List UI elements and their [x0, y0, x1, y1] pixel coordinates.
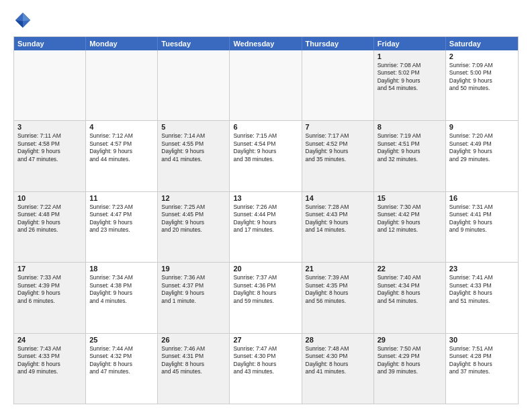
cell-info: Sunrise: 7:14 AM Sunset: 4:55 PM Dayligh…	[161, 132, 226, 163]
cell-info: Sunrise: 7:08 AM Sunset: 5:02 PM Dayligh…	[378, 62, 442, 93]
cell-info: Sunrise: 7:19 AM Sunset: 4:51 PM Dayligh…	[378, 132, 442, 163]
cell-info: Sunrise: 7:23 AM Sunset: 4:47 PM Dayligh…	[89, 203, 154, 234]
calendar-cell-3-3: 20Sunrise: 7:37 AM Sunset: 4:36 PM Dayli…	[230, 263, 302, 332]
cell-info: Sunrise: 7:31 AM Sunset: 4:41 PM Dayligh…	[449, 203, 515, 234]
calendar-cell-0-6: 2Sunrise: 7:09 AM Sunset: 5:00 PM Daylig…	[446, 50, 518, 120]
day-number: 24	[17, 336, 82, 344]
calendar-cell-1-2: 5Sunrise: 7:14 AM Sunset: 4:55 PM Daylig…	[158, 121, 230, 191]
calendar-cell-0-1	[86, 50, 158, 120]
calendar-cell-1-6: 9Sunrise: 7:20 AM Sunset: 4:49 PM Daylig…	[446, 121, 518, 191]
day-number: 1	[378, 52, 442, 60]
svg-marker-1	[23, 13, 30, 21]
cell-info: Sunrise: 7:25 AM Sunset: 4:45 PM Dayligh…	[161, 203, 226, 234]
header-day-sunday: Sunday	[14, 37, 86, 50]
logo	[13, 11, 35, 30]
day-number: 21	[306, 265, 370, 273]
calendar-row-4: 24Sunrise: 7:43 AM Sunset: 4:33 PM Dayli…	[14, 333, 518, 404]
calendar-row-0: 1Sunrise: 7:08 AM Sunset: 5:02 PM Daylig…	[14, 50, 518, 120]
day-number: 7	[306, 123, 370, 131]
calendar-cell-1-3: 6Sunrise: 7:15 AM Sunset: 4:54 PM Daylig…	[230, 121, 302, 191]
day-number: 25	[89, 336, 154, 344]
cell-info: Sunrise: 7:22 AM Sunset: 4:48 PM Dayligh…	[17, 203, 82, 234]
calendar-cell-4-6: 30Sunrise: 7:51 AM Sunset: 4:28 PM Dayli…	[446, 334, 518, 404]
day-number: 10	[17, 194, 82, 202]
calendar-cell-2-1: 11Sunrise: 7:23 AM Sunset: 4:47 PM Dayli…	[86, 192, 158, 262]
day-number: 2	[449, 52, 515, 60]
cell-info: Sunrise: 7:48 AM Sunset: 4:30 PM Dayligh…	[306, 345, 370, 376]
day-number: 16	[449, 194, 515, 202]
cell-info: Sunrise: 7:34 AM Sunset: 4:38 PM Dayligh…	[89, 274, 154, 305]
calendar-cell-3-4: 21Sunrise: 7:39 AM Sunset: 4:35 PM Dayli…	[302, 263, 374, 332]
day-number: 30	[449, 336, 515, 344]
day-number: 18	[89, 265, 154, 273]
calendar-row-1: 3Sunrise: 7:11 AM Sunset: 4:58 PM Daylig…	[14, 120, 518, 191]
calendar-row-3: 17Sunrise: 7:33 AM Sunset: 4:39 PM Dayli…	[14, 262, 518, 332]
cell-info: Sunrise: 7:12 AM Sunset: 4:57 PM Dayligh…	[89, 132, 154, 163]
calendar-cell-4-1: 25Sunrise: 7:44 AM Sunset: 4:32 PM Dayli…	[86, 334, 158, 404]
calendar-cell-4-4: 28Sunrise: 7:48 AM Sunset: 4:30 PM Dayli…	[302, 334, 374, 404]
calendar-row-2: 10Sunrise: 7:22 AM Sunset: 4:48 PM Dayli…	[14, 191, 518, 262]
day-number: 11	[89, 194, 154, 202]
day-number: 3	[17, 123, 82, 131]
cell-info: Sunrise: 7:36 AM Sunset: 4:37 PM Dayligh…	[161, 274, 226, 305]
header	[13, 11, 519, 30]
day-number: 4	[89, 123, 154, 131]
calendar-cell-0-5: 1Sunrise: 7:08 AM Sunset: 5:02 PM Daylig…	[374, 50, 446, 120]
day-number: 29	[378, 336, 442, 344]
page: SundayMondayTuesdayWednesdayThursdayFrid…	[0, 0, 532, 411]
cell-info: Sunrise: 7:51 AM Sunset: 4:28 PM Dayligh…	[449, 345, 515, 376]
calendar-cell-2-4: 14Sunrise: 7:28 AM Sunset: 4:43 PM Dayli…	[302, 192, 374, 262]
day-number: 27	[233, 336, 298, 344]
cell-info: Sunrise: 7:15 AM Sunset: 4:54 PM Dayligh…	[233, 132, 298, 163]
cell-info: Sunrise: 7:20 AM Sunset: 4:49 PM Dayligh…	[449, 132, 515, 163]
day-number: 28	[306, 336, 370, 344]
cell-info: Sunrise: 7:11 AM Sunset: 4:58 PM Dayligh…	[17, 132, 82, 163]
calendar-cell-0-3	[230, 50, 302, 120]
cell-info: Sunrise: 7:26 AM Sunset: 4:44 PM Dayligh…	[233, 203, 298, 234]
calendar-cell-0-2	[158, 50, 230, 120]
header-day-saturday: Saturday	[446, 37, 518, 50]
calendar-cell-2-2: 12Sunrise: 7:25 AM Sunset: 4:45 PM Dayli…	[158, 192, 230, 262]
day-number: 5	[161, 123, 226, 131]
calendar-body: 1Sunrise: 7:08 AM Sunset: 5:02 PM Daylig…	[14, 50, 518, 404]
day-number: 14	[306, 194, 370, 202]
day-number: 17	[17, 265, 82, 273]
cell-info: Sunrise: 7:37 AM Sunset: 4:36 PM Dayligh…	[233, 274, 298, 305]
cell-info: Sunrise: 7:41 AM Sunset: 4:33 PM Dayligh…	[449, 274, 515, 305]
cell-info: Sunrise: 7:39 AM Sunset: 4:35 PM Dayligh…	[306, 274, 370, 305]
calendar-header: SundayMondayTuesdayWednesdayThursdayFrid…	[14, 37, 518, 50]
day-number: 12	[161, 194, 226, 202]
calendar-cell-2-5: 15Sunrise: 7:30 AM Sunset: 4:42 PM Dayli…	[374, 192, 446, 262]
header-day-monday: Monday	[86, 37, 158, 50]
calendar-cell-1-5: 8Sunrise: 7:19 AM Sunset: 4:51 PM Daylig…	[374, 121, 446, 191]
calendar-cell-4-3: 27Sunrise: 7:47 AM Sunset: 4:30 PM Dayli…	[230, 334, 302, 404]
calendar-cell-0-4	[302, 50, 374, 120]
day-number: 19	[161, 265, 226, 273]
calendar-cell-3-5: 22Sunrise: 7:40 AM Sunset: 4:34 PM Dayli…	[374, 263, 446, 332]
day-number: 15	[378, 194, 442, 202]
day-number: 26	[161, 336, 226, 344]
cell-info: Sunrise: 7:50 AM Sunset: 4:29 PM Dayligh…	[378, 345, 442, 376]
calendar: SundayMondayTuesdayWednesdayThursdayFrid…	[13, 36, 519, 404]
calendar-cell-4-0: 24Sunrise: 7:43 AM Sunset: 4:33 PM Dayli…	[14, 334, 86, 404]
cell-info: Sunrise: 7:47 AM Sunset: 4:30 PM Dayligh…	[233, 345, 298, 376]
calendar-cell-2-6: 16Sunrise: 7:31 AM Sunset: 4:41 PM Dayli…	[446, 192, 518, 262]
calendar-cell-0-0	[14, 50, 86, 120]
header-day-thursday: Thursday	[302, 37, 374, 50]
header-day-tuesday: Tuesday	[158, 37, 230, 50]
cell-info: Sunrise: 7:17 AM Sunset: 4:52 PM Dayligh…	[306, 132, 370, 163]
cell-info: Sunrise: 7:33 AM Sunset: 4:39 PM Dayligh…	[17, 274, 82, 305]
logo-icon	[13, 11, 32, 30]
day-number: 9	[449, 123, 515, 131]
calendar-cell-3-0: 17Sunrise: 7:33 AM Sunset: 4:39 PM Dayli…	[14, 263, 86, 332]
cell-info: Sunrise: 7:40 AM Sunset: 4:34 PM Dayligh…	[378, 274, 442, 305]
calendar-cell-3-1: 18Sunrise: 7:34 AM Sunset: 4:38 PM Dayli…	[86, 263, 158, 332]
day-number: 13	[233, 194, 298, 202]
calendar-cell-2-3: 13Sunrise: 7:26 AM Sunset: 4:44 PM Dayli…	[230, 192, 302, 262]
day-number: 23	[449, 265, 515, 273]
svg-marker-2	[15, 20, 23, 28]
cell-info: Sunrise: 7:28 AM Sunset: 4:43 PM Dayligh…	[306, 203, 370, 234]
calendar-cell-4-2: 26Sunrise: 7:46 AM Sunset: 4:31 PM Dayli…	[158, 334, 230, 404]
cell-info: Sunrise: 7:30 AM Sunset: 4:42 PM Dayligh…	[378, 203, 442, 234]
cell-info: Sunrise: 7:46 AM Sunset: 4:31 PM Dayligh…	[161, 345, 226, 376]
